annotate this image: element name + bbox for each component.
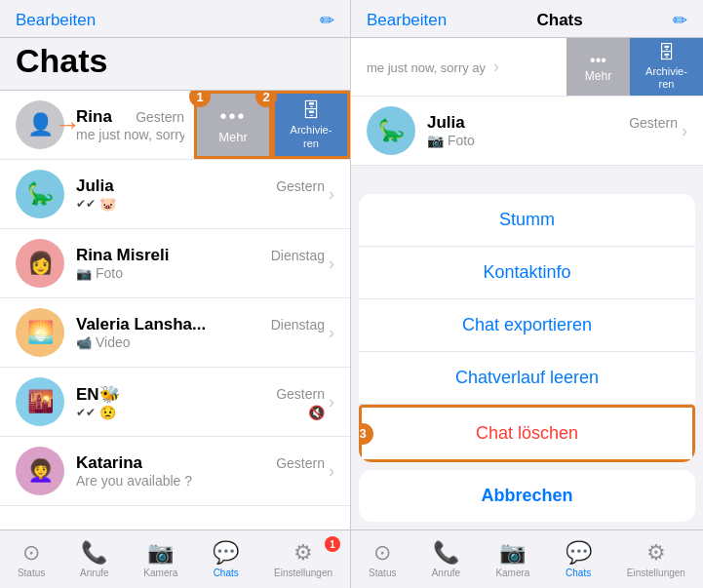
- right-archive-icon: 🗄: [658, 43, 676, 64]
- swipe-actions[interactable]: 1 ••• Mehr 2 🗄 Archivie-ren: [194, 91, 350, 159]
- chat-list: 👤 Rina Gestern me just now, sorry ay → 1…: [0, 91, 350, 529]
- chevron-icon: ›: [329, 254, 334, 274]
- action-stumm[interactable]: Stumm: [359, 194, 695, 247]
- chat-info-valeria: Valeria Lansha... Dienstag 📹 Video: [76, 315, 325, 350]
- right-nav-anrufe[interactable]: 📞 Anrufe: [432, 540, 460, 578]
- right-nav-label-anrufe: Anrufe: [432, 568, 460, 578]
- archive-icon: 🗄: [301, 99, 321, 122]
- chat-item-rina[interactable]: 👤 Rina Gestern me just now, sorry ay → 1…: [0, 91, 350, 160]
- step-badge-1: 1: [189, 91, 211, 107]
- chat-name-valeria: Valeria Lansha...: [76, 315, 206, 334]
- chat-name-en: EN🐝: [76, 384, 120, 405]
- nav-item-status[interactable]: ⊙ Status: [18, 540, 45, 578]
- right-julia-time: Gestern: [629, 115, 678, 131]
- right-page-title: Chats: [537, 11, 583, 30]
- left-compose-button[interactable]: ✏: [320, 10, 334, 31]
- right-nav-label-einstellungen: Einstellungen: [627, 568, 685, 578]
- right-avatar-julia: 🦕: [367, 106, 415, 155]
- action-sheet-backdrop: Stumm Kontaktinfo Chat exportieren Chatv…: [351, 166, 703, 529]
- chat-time-katarina: Gestern: [276, 455, 325, 471]
- kamera-icon: 📷: [147, 540, 174, 566]
- chat-item-en[interactable]: 🌇 EN🐝 Gestern ✔✔ 😟 🔇 ›: [0, 368, 350, 437]
- archivieren-button[interactable]: 🗄 Archivie-ren: [272, 91, 350, 159]
- right-nav-label-status: Status: [369, 568, 396, 578]
- chat-time-julia: Gestern: [276, 178, 325, 194]
- nav-label-anrufe: Anrufe: [80, 568, 108, 578]
- nav-item-chats[interactable]: 💬 Chats: [213, 540, 239, 578]
- right-edit-button[interactable]: Bearbeiten: [367, 11, 447, 30]
- chevron-icon: ›: [329, 323, 334, 343]
- nav-item-kamera[interactable]: 📷 Kamera: [143, 540, 177, 578]
- action-chatverlauf-leeren[interactable]: Chatverlauf leeren: [359, 352, 695, 405]
- swipe-arrow-icon: →: [54, 109, 81, 140]
- action-sheet: Stumm Kontaktinfo Chat exportieren Chatv…: [351, 194, 703, 529]
- right-mehr-dots: •••: [590, 52, 606, 69]
- chat-preview-rina: me just now, sorry ay: [76, 127, 184, 142]
- right-settings-icon: ⚙: [646, 540, 666, 566]
- right-nav-status[interactable]: ⊙ Status: [369, 540, 396, 578]
- chat-name-julia: Julia: [76, 176, 114, 196]
- settings-icon: ⚙: [293, 540, 313, 566]
- right-chevron-icon: ›: [682, 121, 687, 141]
- chat-info-katarina: Katarina Gestern Are you available ?: [76, 453, 325, 489]
- chat-preview-valeria: 📹 Video: [76, 334, 325, 350]
- left-edit-button[interactable]: Bearbeiten: [16, 11, 96, 30]
- nav-item-einstellungen[interactable]: ⚙ Einstellungen 1: [274, 540, 332, 578]
- right-swipe-actions[interactable]: ••• Mehr 🗄 Archivie-ren: [566, 38, 703, 96]
- right-archivieren-button[interactable]: 🗄 Archivie-ren: [630, 38, 703, 96]
- mehr-button[interactable]: 1 ••• Mehr 2: [194, 91, 272, 159]
- left-panel: Bearbeiten ✏ Chats 👤 Rina Gestern me jus…: [0, 0, 351, 588]
- left-bottom-nav: ⊙ Status 📞 Anrufe 📷 Kamera 💬 Chats ⚙ Ein…: [0, 529, 350, 588]
- right-anrufe-icon: 📞: [433, 540, 459, 566]
- right-nav-einstellungen[interactable]: ⚙ Einstellungen: [627, 540, 685, 578]
- chevron-icon: ›: [329, 461, 334, 482]
- right-julia-row[interactable]: 🦕 Julia Gestern 📷 Foto ›: [351, 97, 703, 166]
- avatar-en: 🌇: [16, 377, 64, 426]
- chat-preview-en: ✔✔ 😟 🔇: [76, 405, 325, 420]
- right-nav-kamera[interactable]: 📷 Kamera: [495, 540, 529, 578]
- right-nav-chats[interactable]: 💬 Chats: [566, 540, 592, 578]
- mehr-dots: •••: [219, 105, 246, 128]
- chat-item-julia[interactable]: 🦕 Julia Gestern ✔✔ 🐷 ›: [0, 160, 350, 229]
- archivieren-label: Archivie-ren: [291, 124, 332, 149]
- left-title-area: Chats: [0, 38, 350, 91]
- action-group-main: Stumm Kontaktinfo Chat exportieren Chatv…: [359, 194, 695, 462]
- action-chat-loeschen[interactable]: 3 Chat löschen: [359, 405, 695, 462]
- chat-info-rina: Rina Gestern me just now, sorry ay: [76, 107, 184, 142]
- chat-item-rina-misreli[interactable]: 👩 Rina Misreli Dienstag 📷 Foto ›: [0, 229, 350, 298]
- chats-icon: 💬: [213, 540, 239, 566]
- avatar-julia: 🦕: [16, 170, 64, 218]
- chat-name-katarina: Katarina: [76, 453, 142, 473]
- nav-label-status: Status: [18, 568, 45, 578]
- right-nav-label-chats: Chats: [566, 568, 591, 578]
- chat-item-katarina[interactable]: 👩‍🦱 Katarina Gestern Are you available ?…: [0, 437, 350, 506]
- right-mehr-button[interactable]: ••• Mehr: [566, 38, 630, 96]
- action-abbrechen[interactable]: Abbrechen: [359, 470, 695, 522]
- chat-info-julia: Julia Gestern ✔✔ 🐷: [76, 176, 325, 212]
- action-kontaktinfo[interactable]: Kontaktinfo: [359, 247, 695, 299]
- anrufe-icon: 📞: [81, 540, 107, 566]
- chat-item-valeria[interactable]: 🌅 Valeria Lansha... Dienstag 📹 Video ›: [0, 298, 350, 368]
- chat-preview-katarina: Are you available ?: [76, 473, 325, 489]
- right-julia-name: Julia: [427, 113, 465, 133]
- right-nav-label-kamera: Kamera: [495, 568, 529, 578]
- chat-time-en: Gestern: [276, 386, 325, 402]
- right-archivieren-label: Archivie-ren: [645, 65, 687, 91]
- settings-badge: 1: [325, 536, 340, 552]
- right-julia-preview: 📷 Foto: [427, 133, 678, 148]
- action-chat-exportieren[interactable]: Chat exportieren: [359, 299, 695, 352]
- chat-info-rina-misreli: Rina Misreli Dienstag 📷 Foto: [76, 246, 325, 281]
- nav-item-anrufe[interactable]: 📞 Anrufe: [80, 540, 108, 578]
- left-header: Bearbeiten ✏: [0, 0, 350, 38]
- mehr-label: Mehr: [218, 130, 248, 144]
- right-compose-button[interactable]: ✏: [673, 10, 687, 31]
- right-bottom-nav: ⊙ Status 📞 Anrufe 📷 Kamera 💬 Chats ⚙ Ein…: [351, 529, 703, 588]
- right-header: Bearbeiten Chats ✏: [351, 0, 703, 38]
- right-status-icon: ⊙: [373, 540, 391, 566]
- right-panel: Bearbeiten Chats ✏ me just now, sorry ay…: [351, 0, 703, 588]
- right-chats-icon: 💬: [566, 540, 592, 566]
- chat-preview-rina-misreli: 📷 Foto: [76, 265, 325, 281]
- avatar-rina-misreli: 👩: [16, 239, 64, 288]
- right-swipe-row[interactable]: me just now, sorry ay › ••• Mehr 🗄 Archi…: [351, 38, 703, 97]
- nav-label-kamera: Kamera: [143, 568, 177, 578]
